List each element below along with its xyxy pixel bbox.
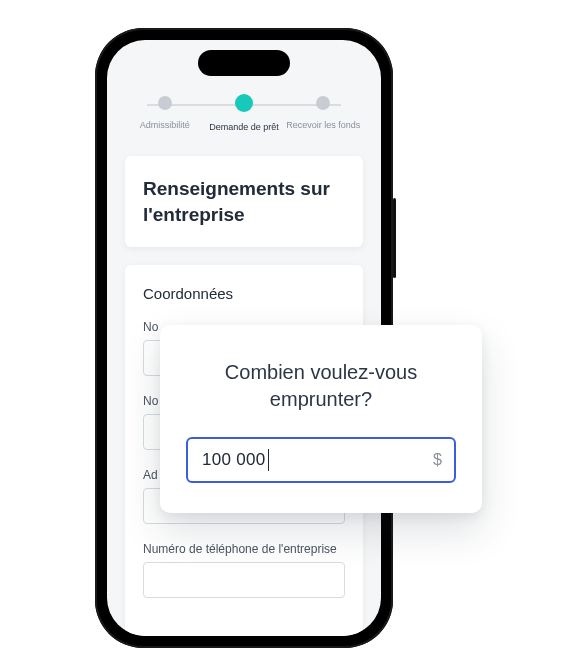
phone-side-button [393, 198, 396, 278]
currency-symbol: $ [433, 451, 442, 469]
modal-title: Combien voulez-vous emprunter? [186, 359, 456, 413]
contact-section-title: Coordonnées [143, 285, 345, 302]
progress-step-receive-funds[interactable]: Recevoir les fonds [284, 96, 363, 130]
step-dot-active-icon [235, 94, 253, 112]
step-dot-icon [158, 96, 172, 110]
phone-notch [198, 50, 290, 76]
phone-input[interactable] [143, 562, 345, 598]
header-card: Renseignements sur l'entreprise [125, 156, 363, 247]
progress-step-loan-request[interactable]: Demande de prêt [204, 96, 283, 132]
borrow-amount-modal: Combien voulez-vous emprunter? $ [160, 325, 482, 513]
field-label: Numéro de téléphone de l'entreprise [143, 542, 345, 556]
step-label: Admissibilité [140, 120, 190, 130]
amount-input[interactable] [186, 437, 456, 483]
amount-input-wrap: $ [186, 437, 456, 483]
progress-stepper: Admissibilité Demande de prêt Recevoir l… [125, 96, 363, 132]
page-title: Renseignements sur l'entreprise [143, 176, 345, 227]
step-label: Recevoir les fonds [286, 120, 360, 130]
step-dot-icon [316, 96, 330, 110]
step-label: Demande de prêt [209, 122, 279, 132]
field-phone: Numéro de téléphone de l'entreprise [143, 542, 345, 598]
text-caret-icon [268, 449, 269, 471]
progress-step-eligibility[interactable]: Admissibilité [125, 96, 204, 130]
